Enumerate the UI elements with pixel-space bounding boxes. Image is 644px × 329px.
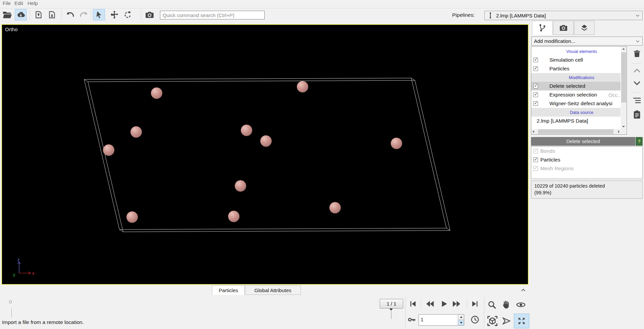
- tab-particles[interactable]: Particles: [212, 285, 245, 295]
- item-label: Delete selected: [549, 83, 585, 89]
- orbit-mode-button[interactable]: [514, 300, 528, 310]
- copy-pipeline-button[interactable]: [631, 108, 643, 121]
- particle-sphere: [103, 144, 114, 156]
- pipeline-section-header: Visual elements: [531, 47, 621, 56]
- play-animation-button[interactable]: [439, 299, 449, 309]
- undo-button[interactable]: [64, 9, 76, 20]
- item-enabled-checkbox[interactable]: [533, 101, 538, 106]
- pipeline-list-item[interactable]: Particles: [531, 64, 621, 73]
- frame-slider-handle[interactable]: 1 / 1: [380, 299, 403, 309]
- tab-render[interactable]: [553, 21, 574, 35]
- item-enabled-checkbox[interactable]: [533, 92, 538, 97]
- save-session-button[interactable]: [46, 9, 58, 20]
- pipeline-list-item[interactable]: Expression selectionOcc..: [531, 90, 621, 99]
- rotate-mode-button[interactable]: [122, 9, 134, 20]
- toolbar-separator: [61, 10, 62, 20]
- pipeline-list-item[interactable]: 2.lmp [LAMMPS Data]: [531, 117, 621, 125]
- particle-sphere: [260, 135, 272, 147]
- cursor-arrow-icon: [95, 10, 103, 19]
- pipeline-list: Visual elementsSimulation cellParticlesM…: [531, 46, 627, 135]
- current-frame-spinbox[interactable]: 1: [419, 314, 464, 326]
- menu-edit[interactable]: Edit: [14, 0, 23, 6]
- item-enabled-checkbox[interactable]: [533, 66, 538, 71]
- scroll-right-arrow[interactable]: [618, 130, 620, 133]
- item-enabled-checkbox[interactable]: [533, 84, 538, 88]
- pipeline-branch-icon: [538, 23, 547, 32]
- tab-overlays[interactable]: [574, 21, 595, 35]
- goto-start-button[interactable]: [409, 300, 417, 308]
- help-button[interactable]: ?: [636, 137, 643, 146]
- zoom-scene-extents-button[interactable]: [486, 314, 499, 328]
- pipeline-section-header: Modifications: [531, 73, 621, 82]
- scroll-left-arrow[interactable]: [533, 130, 534, 133]
- pipeline-list-content: Visual elementsSimulation cellParticlesM…: [531, 47, 621, 125]
- viewport-mode-label[interactable]: Ortho: [5, 26, 18, 32]
- auto-key-mode-button[interactable]: [407, 315, 417, 324]
- cube-extents-icon: [487, 315, 498, 327]
- layers-icon: [580, 23, 589, 32]
- group-list-icon: [632, 96, 642, 105]
- scroll-up-arrow[interactable]: [622, 48, 625, 50]
- separator: [484, 297, 484, 328]
- skip-start-icon: [409, 300, 417, 308]
- make-modifier-group-button[interactable]: [632, 96, 642, 105]
- axis-y-label: y: [13, 272, 15, 277]
- pipeline-section-header: Data source: [531, 108, 621, 117]
- animation-settings-button[interactable]: [470, 314, 480, 325]
- pipeline-list-horizontal-scrollbar[interactable]: [531, 129, 621, 134]
- previous-frame-button[interactable]: [425, 300, 435, 308]
- move-mode-button[interactable]: [108, 9, 120, 20]
- import-remote-file-button[interactable]: [15, 9, 27, 20]
- toolbar-separator: [91, 10, 91, 20]
- delete-option-checkbox[interactable]: [533, 157, 538, 162]
- pipeline-selected-value: 2.lmp [LAMMPS Data]: [496, 13, 546, 18]
- chevron-down-icon: [633, 79, 641, 87]
- ovito-app-window: { "menubar": { "items": ["File", "Edit",…: [0, 0, 644, 329]
- menu-file[interactable]: File: [3, 0, 11, 6]
- pipeline-list-item[interactable]: Simulation cell: [531, 56, 621, 64]
- spin-up-button[interactable]: [458, 315, 464, 320]
- pipeline-selector-dropdown[interactable]: 2.lmp [LAMMPS Data]: [484, 11, 643, 20]
- side-divider: [631, 92, 642, 92]
- zoom-mode-button[interactable]: [487, 300, 497, 310]
- add-modification-dropdown[interactable]: Add modification...: [531, 37, 643, 46]
- delete-option-checkbox: [533, 166, 538, 171]
- goto-end-button[interactable]: [471, 300, 479, 308]
- modifier-status-box: 10229 of 10240 particles deleted (99.9%): [531, 181, 643, 199]
- file-export-icon: [34, 10, 43, 19]
- redo-button[interactable]: [77, 9, 90, 20]
- orbit-eye-icon: [516, 300, 526, 310]
- spin-down-button[interactable]: [458, 320, 464, 325]
- item-enabled-checkbox[interactable]: [533, 58, 538, 62]
- scroll-thumb[interactable]: [621, 52, 626, 103]
- add-modification-label: Add modification...: [534, 38, 575, 44]
- menu-bar: File Edit Help: [0, 0, 644, 8]
- menu-help[interactable]: Help: [28, 0, 38, 6]
- pan-mode-button[interactable]: [500, 300, 512, 310]
- collapse-inspector-button[interactable]: [519, 287, 527, 293]
- scroll-down-arrow[interactable]: [622, 126, 625, 127]
- particle-sphere: [228, 211, 239, 222]
- field-of-view-button[interactable]: [501, 315, 512, 327]
- scroll-thumb[interactable]: [538, 129, 613, 134]
- particle-sphere: [391, 138, 402, 149]
- export-file-button[interactable]: [33, 9, 45, 20]
- open-folder-icon: [2, 10, 12, 20]
- particle-sphere: [297, 81, 308, 92]
- pipeline-list-item[interactable]: Delete selected: [531, 82, 621, 90]
- quick-command-search-input[interactable]: [160, 11, 265, 19]
- delete-option-label: Particles: [540, 157, 560, 163]
- viewport-3d[interactable]: Ortho z x y: [1, 24, 529, 285]
- move-modifier-down-button[interactable]: [632, 79, 642, 87]
- maximize-viewport-button[interactable]: [514, 314, 529, 328]
- render-snapshot-button[interactable]: [144, 9, 156, 20]
- tab-pipelines[interactable]: [532, 21, 553, 35]
- tab-global-attributes[interactable]: Global Attributes: [245, 285, 301, 295]
- pipeline-list-vertical-scrollbar[interactable]: [621, 47, 627, 129]
- select-mode-button[interactable]: [93, 9, 105, 20]
- pipeline-list-item[interactable]: Wigner-Seitz defect analysi: [531, 99, 621, 108]
- open-file-button[interactable]: [1, 9, 13, 20]
- move-modifier-up-button[interactable]: [632, 67, 642, 74]
- next-frame-button[interactable]: [451, 300, 462, 308]
- delete-modifier-button[interactable]: [632, 49, 642, 59]
